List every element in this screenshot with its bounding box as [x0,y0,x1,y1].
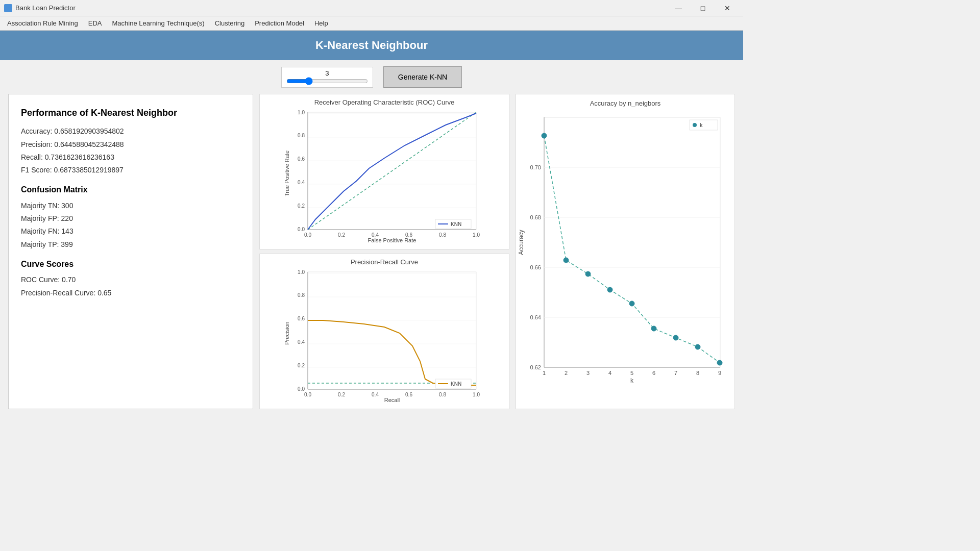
minimize-button[interactable]: — [667,0,690,16]
page-title: K-Nearest Neighbour [315,39,428,52]
svg-text:0.0: 0.0 [304,392,311,397]
menu-help[interactable]: Help [309,17,333,29]
roc-chart: Receiver Operating Characteristic (ROC) … [259,94,509,249]
svg-text:0.0: 0.0 [298,227,305,232]
roc-curve-score: ROC Curve: 0.70 [21,273,240,286]
svg-point-76 [564,258,569,263]
accuracy-svg: 0.70 0.68 0.66 0.64 0.62 1 2 3 4 5 [516,107,730,383]
pr-chart-title: Precision-Recall Curve [351,258,418,266]
menu-machine-learning[interactable]: Machine Learning Technique(s) [107,17,209,29]
pr-svg: 0.0 0.2 0.4 0.6 0.8 1.0 0.0 0.2 0.4 0.6 … [282,267,486,402]
svg-point-78 [607,287,612,292]
slider-container: 3 [281,67,373,88]
svg-text:8: 8 [696,370,699,376]
svg-point-75 [542,133,547,138]
accuracy-chart-title: Accuracy by n_neigbors [516,99,734,107]
svg-text:0.4: 0.4 [372,392,379,397]
svg-text:1.0: 1.0 [473,392,480,397]
svg-text:0.2: 0.2 [298,203,305,209]
svg-text:0.6: 0.6 [298,156,305,162]
svg-text:0.2: 0.2 [298,363,305,368]
svg-text:4: 4 [608,370,611,376]
f1-line: F1 Score: 0.6873385012919897 [21,164,240,177]
pr-curve-score: Precision-Recall Curve: 0.65 [21,287,240,299]
svg-text:0.6: 0.6 [298,316,305,321]
svg-point-85 [693,123,697,127]
center-charts: Receiver Operating Characteristic (ROC) … [259,94,509,409]
svg-point-81 [673,335,678,340]
svg-text:9: 9 [718,370,721,376]
slider-value: 3 [325,69,329,77]
recall-line: Recall: 0.7361623616236163 [21,151,240,164]
majority-fn: Majority FN: 143 [21,225,240,238]
svg-text:Precision: Precision [284,321,290,344]
svg-text:0.8: 0.8 [439,392,446,397]
svg-text:0.68: 0.68 [530,214,541,220]
performance-title: Performance of K-Nearest Neighbor [21,105,240,121]
svg-text:3: 3 [586,370,590,376]
svg-text:True Positive Rate: True Positive Rate [284,151,290,196]
svg-text:0.0: 0.0 [298,386,305,392]
app-title: Bank Loan Predictor [15,4,76,12]
maximize-button[interactable]: □ [691,0,715,16]
svg-text:k: k [630,377,634,383]
window-controls: — □ ✕ [667,0,739,16]
menu-prediction-model[interactable]: Prediction Model [250,17,309,29]
svg-point-83 [717,360,722,365]
svg-text:2: 2 [565,370,568,376]
confusion-matrix-title: Confusion Matrix [21,183,240,197]
svg-text:1.0: 1.0 [298,269,305,275]
controls-row: 3 Generate K-NN [8,66,735,88]
menu-association-rule-mining[interactable]: Association Rule Mining [2,17,83,29]
app-icon [4,4,12,12]
accuracy-chart: Accuracy by n_neigbors 0.70 0.68 0.66 0.… [516,94,735,409]
title-bar-left: Bank Loan Predictor [4,4,76,12]
svg-text:1: 1 [543,370,546,376]
performance-panel: Performance of K-Nearest Neighbor Accura… [8,94,253,409]
svg-text:1.0: 1.0 [298,110,305,115]
svg-text:0.4: 0.4 [298,339,305,345]
svg-text:0.2: 0.2 [338,232,345,238]
svg-point-82 [695,344,700,349]
svg-text:False Positive Rate: False Positive Rate [368,237,416,242]
svg-text:0.62: 0.62 [530,364,541,370]
svg-text:0.8: 0.8 [298,292,305,298]
generate-knn-button[interactable]: Generate K-NN [383,66,462,88]
svg-text:0.8: 0.8 [439,232,446,238]
svg-text:0.6: 0.6 [405,392,412,397]
close-button[interactable]: ✕ [716,0,739,16]
page-header: K-Nearest Neighbour [0,31,743,60]
accuracy-line: Accuracy: 0.6581920903954802 [21,125,240,138]
svg-rect-52 [544,117,720,367]
svg-text:7: 7 [674,370,677,376]
svg-text:KNN: KNN [451,221,461,227]
svg-point-79 [629,301,634,306]
svg-text:k: k [700,122,703,128]
svg-text:5: 5 [630,370,633,376]
title-bar: Bank Loan Predictor — □ ✕ [0,0,743,16]
menu-bar: Association Rule Mining EDA Machine Lear… [0,16,743,31]
majority-tp: Majority TP: 399 [21,238,240,251]
roc-svg: 0.0 0.2 0.4 0.6 0.8 1.0 0.0 0.2 0.4 [282,107,486,242]
svg-text:Recall: Recall [384,397,400,402]
svg-text:0.8: 0.8 [298,133,305,138]
svg-text:KNN: KNN [451,381,461,387]
svg-text:0.66: 0.66 [530,264,541,270]
k-slider[interactable] [286,77,368,85]
menu-clustering[interactable]: Clustering [210,17,250,29]
svg-point-80 [651,326,656,331]
roc-chart-title: Receiver Operating Characteristic (ROC) … [314,98,455,106]
svg-text:0.2: 0.2 [338,392,345,397]
majority-fp: Majority FP: 220 [21,212,240,225]
menu-eda[interactable]: EDA [83,17,107,29]
svg-point-77 [585,271,591,277]
svg-text:0.64: 0.64 [530,314,541,320]
svg-text:1.0: 1.0 [473,232,480,238]
precision-line: Precision: 0.6445880452342488 [21,138,240,151]
svg-text:Accuracy: Accuracy [518,230,525,255]
svg-text:0.4: 0.4 [298,180,305,185]
svg-text:6: 6 [652,370,655,376]
pr-chart: Precision-Recall Curve 0.0 0.2 0.4 0.6 0… [259,254,509,409]
curve-scores-title: Curve Scores [21,257,240,272]
svg-text:0.0: 0.0 [304,232,311,238]
